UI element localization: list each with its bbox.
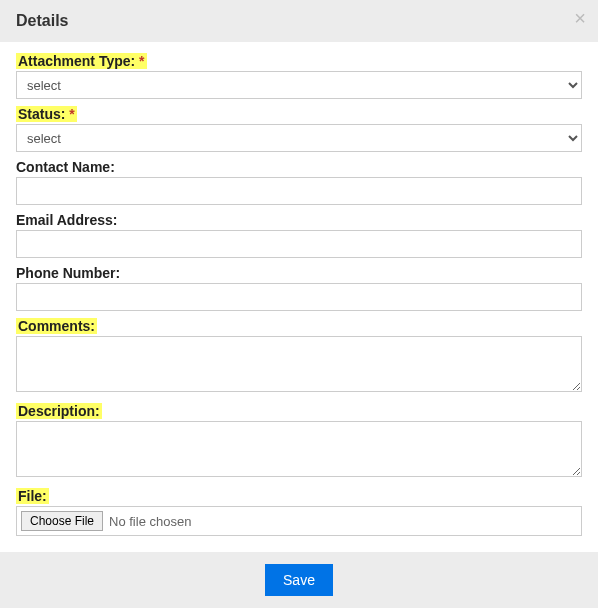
description-label: Description: bbox=[16, 403, 102, 419]
close-icon[interactable]: × bbox=[574, 8, 586, 28]
status-select[interactable]: select bbox=[16, 124, 582, 152]
modal-header: Details × bbox=[0, 0, 598, 42]
description-textarea[interactable] bbox=[16, 421, 582, 477]
comments-label: Comments: bbox=[16, 318, 97, 334]
field-comments: Comments: bbox=[16, 317, 582, 396]
field-phone-number: Phone Number: bbox=[16, 264, 582, 311]
field-attachment-type: Attachment Type: * select bbox=[16, 52, 582, 99]
modal-title: Details bbox=[16, 12, 68, 29]
status-label: Status: * bbox=[16, 106, 77, 122]
phone-number-input[interactable] bbox=[16, 283, 582, 311]
required-star-icon: * bbox=[139, 53, 144, 69]
modal-body: Attachment Type: * select Status: * sele… bbox=[0, 42, 598, 552]
file-input-wrapper: Choose File No file chosen bbox=[16, 506, 582, 536]
choose-file-button[interactable]: Choose File bbox=[21, 511, 103, 531]
phone-number-label: Phone Number: bbox=[16, 265, 120, 281]
field-contact-name: Contact Name: bbox=[16, 158, 582, 205]
comments-textarea[interactable] bbox=[16, 336, 582, 392]
field-description: Description: bbox=[16, 402, 582, 481]
label-text: Status: bbox=[18, 106, 65, 122]
attachment-type-label: Attachment Type: * bbox=[16, 53, 147, 69]
label-text: Attachment Type: bbox=[18, 53, 135, 69]
email-address-input[interactable] bbox=[16, 230, 582, 258]
modal-footer: Save bbox=[0, 552, 598, 608]
required-star-icon: * bbox=[69, 106, 74, 122]
save-button[interactable]: Save bbox=[265, 564, 333, 596]
contact-name-input[interactable] bbox=[16, 177, 582, 205]
field-status: Status: * select bbox=[16, 105, 582, 152]
field-email-address: Email Address: bbox=[16, 211, 582, 258]
attachment-type-select[interactable]: select bbox=[16, 71, 582, 99]
contact-name-label: Contact Name: bbox=[16, 159, 115, 175]
file-status-text: No file chosen bbox=[109, 514, 191, 529]
file-label: File: bbox=[16, 488, 49, 504]
email-address-label: Email Address: bbox=[16, 212, 117, 228]
field-file: File: Choose File No file chosen bbox=[16, 487, 582, 536]
